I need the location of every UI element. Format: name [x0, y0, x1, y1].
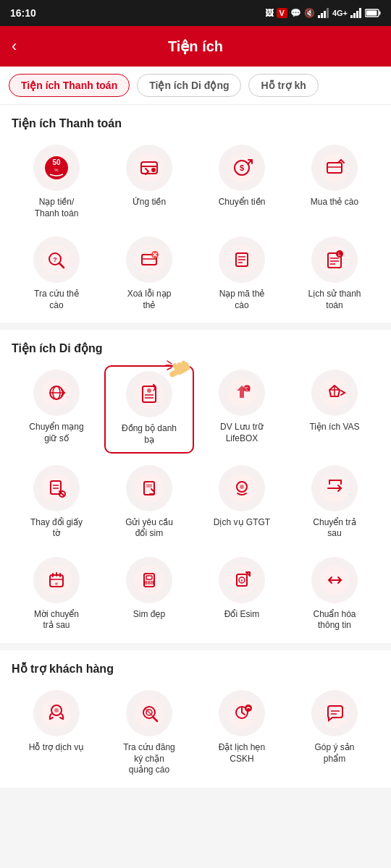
svg-point-103 — [245, 705, 252, 712]
item-xoa-loi[interactable]: Xoá lỗi nạpthẻ — [104, 232, 194, 317]
esim-icon: e — [219, 557, 265, 603]
svg-point-78 — [240, 485, 244, 489]
svg-text:L: L — [338, 252, 341, 257]
svg-rect-7 — [359, 8, 361, 18]
section-mobile: Tiện ích Di động Chuyển mạnggiữ số — [0, 330, 391, 643]
vas-icon — [311, 370, 358, 416]
mute-icon: 🔇 — [304, 8, 315, 18]
ho-tro-label: Hỗ trợ dịch vụ — [29, 742, 84, 754]
nap-ma-the-icon — [219, 237, 265, 283]
photo-icon: 🖼 — [265, 8, 274, 18]
svg-point-83 — [55, 582, 58, 585]
svg-rect-75 — [146, 484, 152, 488]
tab-mobile[interactable]: Tiện ích Di động — [137, 74, 241, 97]
item-vas[interactable]: Tiện ích VAS — [290, 365, 379, 453]
tra-cuu-chan-label: Tra cứu đăngký chặnquảng cáo — [123, 742, 175, 776]
dong-bo-label: Đồng bộ danhbạ — [122, 423, 177, 446]
mua-the-label: Mua thẻ cào — [311, 197, 358, 208]
item-ung-tien[interactable]: Ứng tiền — [104, 140, 194, 225]
item-dong-bo[interactable]: Đồng bộ danhbạ — [104, 365, 194, 453]
svg-line-57 — [167, 361, 172, 364]
svg-rect-54 — [177, 362, 184, 370]
main-content: Tiện ích Thanh toán 50 % Nạp tiền/Thanh … — [0, 105, 391, 809]
messenger-icon: 💬 — [290, 8, 301, 18]
svg-point-18 — [151, 168, 156, 172]
svg-point-15 — [135, 153, 164, 182]
signal2-icon — [350, 8, 362, 18]
ung-tien-label: Ứng tiền — [133, 197, 166, 208]
item-lich-su[interactable]: L Lịch sử thanhtoán — [290, 232, 379, 317]
item-chuyen-mang[interactable]: Chuyển mạnggiữ số — [12, 365, 101, 453]
svg-rect-0 — [318, 15, 320, 18]
payment-grid: 50 % Nạp tiền/Thanh toán — [12, 140, 379, 317]
tab-payment[interactable]: Tiện ích Thanh toán — [9, 74, 130, 97]
chuyen-tien-icon: $ — [219, 145, 265, 191]
item-chuyen-tra-sau[interactable]: Chuyển trảsau — [290, 461, 379, 545]
lich-hen-label: Đặt lịch hẹnCSKH — [219, 742, 265, 765]
svg-text:$: $ — [240, 163, 244, 172]
svg-rect-51 — [174, 362, 190, 376]
svg-text:?: ? — [53, 256, 57, 263]
svg-point-80 — [42, 566, 71, 595]
lifebox-label: DV Lưu trữLifeBOX — [220, 422, 264, 444]
giay-to-label: Thay đổi giấytờ — [30, 517, 83, 540]
item-lich-hen[interactable]: Đặt lịch hẹnCSKH — [197, 686, 287, 782]
chuyen-tra-sau-icon — [311, 465, 358, 511]
svg-point-40 — [320, 245, 349, 274]
item-gtgt[interactable]: Dịch vụ GTGT — [197, 461, 287, 545]
item-sim-dep[interactable]: 888 Sim đẹp — [104, 553, 194, 637]
sim-dep-label: Sim đẹp — [133, 609, 165, 621]
tab-support[interactable]: Hỗ trợ kh — [248, 74, 318, 97]
svg-point-104 — [320, 699, 349, 728]
svg-rect-1 — [321, 13, 323, 18]
battery-icon — [365, 9, 381, 17]
sim-dep-icon: 888 — [126, 557, 172, 603]
item-tra-cuu[interactable]: ? Tra cứu thẻcào — [12, 232, 101, 317]
page-title: Tiện ích — [168, 38, 223, 55]
gopy-icon — [311, 690, 358, 736]
chuyen-mang-label: Chuyển mạnggiữ số — [29, 422, 83, 444]
item-doi-sim[interactable]: Gửi yêu cầuđổi sim — [104, 461, 194, 545]
section-payment-title: Tiện ích Thanh toán — [12, 116, 379, 130]
item-tra-cuu-chan[interactable]: Tra cứu đăngký chặnquảng cáo — [104, 686, 194, 782]
item-gop-y[interactable]: Góp ý sảnphẩm — [290, 686, 379, 782]
back-button[interactable]: ‹ — [12, 37, 17, 56]
svg-rect-9 — [379, 12, 381, 15]
item-nap-ma[interactable]: Nạp mã thẻcào — [197, 232, 287, 317]
item-chuan-hoa[interactable]: Chuẩn hóathông tin — [290, 553, 379, 637]
svg-rect-4 — [350, 15, 353, 18]
lifebox-icon — [219, 370, 265, 416]
ung-tien-icon — [126, 145, 172, 191]
moi-chuyen-icon — [33, 557, 80, 603]
item-ho-tro[interactable]: Hỗ trợ dịch vụ — [12, 686, 101, 782]
svg-rect-6 — [356, 11, 358, 18]
app-header: ‹ Tiện ích — [0, 26, 391, 67]
hotro-icon — [33, 690, 80, 736]
doi-sim-label: Gửi yêu cầuđổi sim — [125, 517, 173, 540]
esim-label: Đổi Esim — [224, 609, 259, 621]
item-giay-to[interactable]: Thay đổi giấytờ — [12, 461, 101, 545]
svg-text:%: % — [54, 168, 59, 172]
section-support-title: Hỗ trợ khách hàng — [12, 662, 379, 676]
item-lifebox[interactable]: DV Lưu trữLifeBOX — [197, 365, 287, 453]
item-nap-tien[interactable]: 50 % Nạp tiền/Thanh toán — [12, 140, 101, 225]
item-esim[interactable]: e Đổi Esim — [197, 553, 287, 637]
svg-point-93 — [42, 699, 71, 728]
svg-point-73 — [135, 474, 164, 503]
item-moi-chuyen[interactable]: Mời chuyểntrả sau — [12, 553, 101, 637]
item-mua-the[interactable]: Mua thẻ cào — [290, 140, 379, 225]
mua-the-cao-icon — [311, 145, 358, 191]
tra-cuu-icon: ? — [33, 237, 80, 283]
section-payment: Tiện ích Thanh toán 50 % Nạp tiền/Thanh … — [0, 105, 391, 323]
svg-point-29 — [135, 245, 164, 274]
chuyen-tien-label: Chuyển tiền — [219, 197, 266, 208]
svg-text:50: 50 — [52, 158, 61, 166]
svg-rect-2 — [324, 11, 326, 18]
mobile-grid: Chuyển mạnggiữ số — [12, 365, 379, 637]
nap-tien-icon: 50 % — [33, 145, 80, 191]
item-chuyen-tien[interactable]: $ Chuyển tiền — [197, 140, 287, 225]
chuyen-mang-icon — [33, 370, 80, 416]
dong-bo-icon — [126, 371, 172, 417]
svg-rect-52 — [169, 368, 180, 378]
time-display: 16:10 — [10, 7, 36, 19]
